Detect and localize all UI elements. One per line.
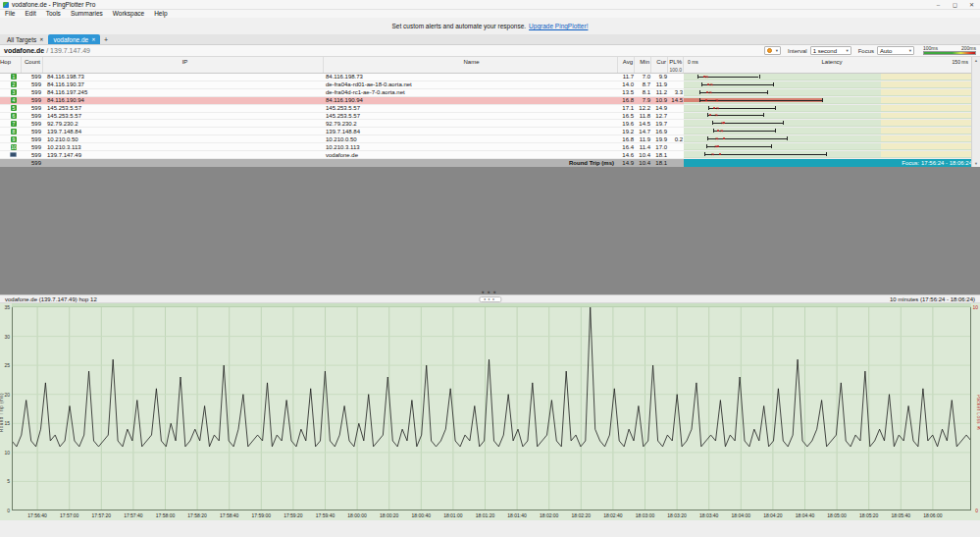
hop-row[interactable]: 1059910.210.3.11310.210.3.11316.411.417.…	[0, 143, 980, 151]
hop-cur: 19.9	[651, 135, 668, 142]
timeline-plot[interactable]	[12, 307, 971, 510]
hop-row[interactable]: 359984.116.197.245de-fra04d-rc1-ae-7-0.a…	[0, 89, 980, 97]
hop-row[interactable]: 759992.79.230.292.79.230.219.614.519.7×	[0, 120, 980, 128]
interval-select[interactable]: 1 second ▾	[810, 46, 851, 55]
latency-range-tick	[787, 136, 788, 140]
hop-ip: 10.210.0.50	[43, 135, 324, 142]
hop-badge: 3	[11, 89, 17, 95]
minimize-button[interactable]: –	[930, 0, 947, 10]
hop-row[interactable]: 959910.210.0.5010.210.0.5016.811.919.90.…	[0, 135, 980, 143]
alerts-dropdown[interactable]: ▾	[764, 46, 781, 55]
tab-close-icon[interactable]: ✕	[39, 37, 43, 42]
latency-minigraph: ×	[684, 151, 980, 157]
hop-avg: 19.2	[618, 128, 635, 134]
x-axis-tick-label: 17:59:40	[316, 512, 335, 518]
tab-vodafone[interactable]: vodafone.de ✕	[48, 34, 100, 44]
hop-row[interactable]: 459984.116.190.9484.116.190.9416.87.910.…	[0, 97, 980, 105]
new-tab-button[interactable]: +	[100, 34, 111, 44]
menu-item-help[interactable]: Help	[149, 10, 172, 18]
timeline-graph[interactable]: Round Trip (ms) 35302520151050 Packet Lo…	[0, 303, 980, 520]
hop-count: 599	[22, 128, 43, 134]
hop-row[interactable]: 6599145.253.5.57145.253.5.5716.511.812.7…	[0, 113, 980, 121]
column-header-name[interactable]: Name	[324, 57, 618, 73]
column-header-latency[interactable]: 0 ms Latency 150 ms	[684, 57, 980, 73]
hop-cur: 18.1	[651, 151, 668, 158]
latency-cell: ×	[684, 105, 980, 112]
hop-number-cell: 2	[0, 81, 22, 88]
latency-color-bar	[923, 51, 976, 55]
hop-packet-loss	[668, 74, 684, 81]
target-ip: / 139.7.147.49	[46, 47, 90, 54]
hop-name: vodafone.de	[324, 151, 618, 158]
x-axis-tick-label: 18:04:40	[796, 512, 814, 518]
hop-row[interactable]: 8599139.7.148.84139.7.148.8419.214.716.9…	[0, 128, 980, 135]
hop-row[interactable]: 5599145.253.5.57145.253.5.5717.112.214.9…	[0, 105, 980, 113]
upgrade-link[interactable]: Upgrade PingPlotter!	[529, 23, 588, 29]
latency-current-marker	[707, 83, 709, 85]
menu-item-edit[interactable]: Edit	[20, 10, 40, 18]
timeline-splitter-grip[interactable]: ●●●	[479, 296, 501, 302]
y-axis-tick-label: 15	[4, 420, 10, 426]
latency-range-tick	[699, 90, 700, 94]
latency-cell: ×	[684, 89, 980, 96]
hop-avg: 16.4	[618, 143, 635, 150]
x-axis-tick-label: 18:05:00	[827, 512, 846, 518]
latency-current-marker	[713, 107, 715, 109]
menu-item-workspace[interactable]: Workspace	[108, 10, 149, 18]
latency-scale-max: 150 ms	[953, 59, 968, 65]
latency-avg-marker: ×	[705, 74, 709, 80]
x-axis-tick-label: 18:06:00	[923, 512, 942, 518]
y-axis-right-title: Packet Loss %	[976, 394, 980, 429]
column-header-min[interactable]: Min	[635, 57, 651, 73]
column-header-avg[interactable]: Avg	[618, 57, 635, 73]
hop-number-cell: 3	[0, 89, 22, 96]
column-min-label: Min	[640, 59, 649, 65]
column-header-count[interactable]: Count	[22, 57, 43, 73]
scroll-up-icon[interactable]: ▲	[974, 58, 978, 63]
x-axis-tick-label: 17:57:40	[124, 512, 142, 518]
tab-all-targets[interactable]: All Targets ✕	[2, 34, 48, 44]
hop-row[interactable]: 159984.116.198.7384.116.198.7311.77.09.9…	[0, 74, 980, 81]
latency-range-tick	[697, 75, 698, 79]
hop-badge: 5	[11, 105, 17, 111]
scroll-down-icon[interactable]: ▼	[974, 161, 978, 166]
latency-cell: ×	[684, 81, 980, 88]
close-button[interactable]: ✕	[963, 0, 980, 10]
hop-min: 14.7	[635, 128, 651, 134]
focus-select[interactable]: Auto ▾	[877, 46, 914, 55]
menu-item-tools[interactable]: Tools	[41, 10, 66, 18]
maximize-button[interactable]: ◻	[947, 0, 963, 10]
menu-item-summaries[interactable]: Summaries	[66, 10, 108, 18]
column-header-ip[interactable]: IP	[43, 57, 324, 73]
latency-cell: ×	[684, 97, 980, 104]
x-axis-tick-label: 17:58:00	[156, 512, 175, 518]
hop-cur: 14.9	[651, 105, 668, 112]
y-axis-tick-label: 30	[4, 334, 10, 340]
target-toolbar: vodafone.de/ 139.7.147.49 ▾ Interval 1 s…	[0, 45, 980, 57]
hop-row[interactable]: 599139.7.147.49vodafone.de14.610.418.1×	[0, 151, 980, 159]
latency-current-marker	[705, 99, 707, 101]
menu-bar: FileEditToolsSummariesWorkspaceHelp	[0, 10, 980, 18]
focus-range-badge: Focus: 17:56:24 - 18:06:24	[684, 159, 980, 167]
hop-badge: 7	[11, 121, 17, 127]
round-trip-row[interactable]: 599 Round Trip (ms) 14.9 10.4 18.1 Focus…	[0, 159, 980, 167]
latency-cell: ×	[684, 113, 980, 120]
hop-cur: 10.9	[651, 97, 668, 104]
grid-scrollbar[interactable]: ▲ ▼	[971, 57, 980, 167]
column-header-hop[interactable]: Hop	[0, 57, 22, 73]
round-trip-min: 10.4	[635, 159, 651, 167]
y-axis-tick-label: 25	[4, 362, 10, 368]
pane-splitter-handle[interactable]: ●●●	[481, 290, 498, 294]
hop-badge: 9	[11, 136, 17, 142]
menu-item-file[interactable]: File	[0, 10, 20, 18]
latency-scale-legend[interactable]: 100ms 200ms	[923, 46, 976, 55]
hop-row[interactable]: 259984.116.190.37de-fra04a-rd01-ae-18-0.…	[0, 81, 980, 89]
timeline-range: 10 minutes (17:56:24 - 18:06:24)	[890, 296, 975, 302]
hop-name: 10.210.0.50	[324, 135, 618, 142]
column-header-pl[interactable]: PL% 100.0	[668, 57, 684, 73]
tab-close-icon[interactable]: ✕	[91, 37, 95, 42]
column-header-cur[interactable]: Cur	[651, 57, 668, 73]
hop-number-cell	[0, 151, 22, 158]
hop-ip: 139.7.147.49	[43, 151, 324, 158]
x-axis-tick-label: 18:03:00	[636, 512, 654, 518]
